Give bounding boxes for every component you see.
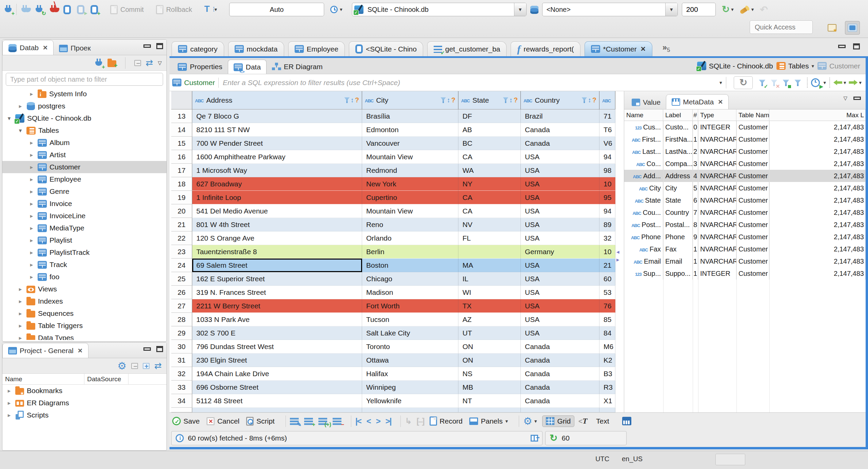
meta-column-header-type[interactable]: Type <box>698 109 736 121</box>
cell-extra[interactable]: 95 <box>599 191 615 204</box>
database-stack-icon[interactable] <box>530 5 539 14</box>
cell-address[interactable]: 8210 111 ST NW <box>192 123 362 137</box>
cell-extra[interactable]: 76 <box>599 299 615 313</box>
editor-tab-mockdata[interactable]: mockdata <box>228 41 284 56</box>
column-header-city[interactable]: City↕? <box>362 91 458 109</box>
tree-expand-arrow-icon[interactable]: ▸ <box>6 400 13 407</box>
metadata-row[interactable]: FaxFax1NVARCHARCustomer2,147,483 <box>624 243 866 255</box>
cell-city[interactable]: Mountain View <box>362 150 458 164</box>
column-header-state[interactable]: State↕? <box>458 91 521 109</box>
meta-cell-maxlength[interactable]: 2,147,483 <box>769 145 866 158</box>
meta-column-header-max-l[interactable]: Max L <box>769 109 866 121</box>
perspective-table-button[interactable] <box>825 21 840 35</box>
breadcrumb-entity[interactable]: Customer <box>817 62 860 70</box>
meta-cell-table[interactable]: Customer <box>736 121 769 133</box>
meta-cell-maxlength[interactable]: 2,147,483 <box>769 219 866 231</box>
meta-cell-ordinal[interactable]: 7 <box>693 206 698 219</box>
meta-cell-ordinal[interactable]: 1 <box>693 267 698 280</box>
record-mode-button[interactable]: Record <box>430 416 463 426</box>
metadata-row[interactable]: Cou...Country7NVARCHARCustomer2,147,483 <box>624 206 866 219</box>
meta-cell-type[interactable]: NVARCHAR <box>698 145 736 158</box>
cell-country[interactable]: Germany <box>521 245 599 259</box>
cell-country[interactable]: USA <box>521 299 599 313</box>
cell-city[interactable]: Halifax <box>362 367 458 381</box>
meta-cell-label[interactable]: Custo... <box>663 121 693 133</box>
meta-cell-type[interactable]: NVARCHAR <box>698 255 736 267</box>
cell-extra[interactable]: 98 <box>599 164 615 177</box>
new-sql-editor-button[interactable]: + <box>91 5 98 14</box>
apply-filter-button[interactable]: ✓ <box>759 79 765 86</box>
meta-cell-type[interactable]: NVARCHAR <box>698 133 736 145</box>
cell-country[interactable]: Canada <box>521 123 599 137</box>
meta-cell-name[interactable]: Email <box>624 255 663 267</box>
tree-expand-arrow-icon[interactable]: ▸ <box>17 103 24 110</box>
tree-item-track[interactable]: ▸Track <box>2 259 166 271</box>
tree-expand-arrow-icon[interactable]: ▸ <box>28 249 35 256</box>
save-button[interactable]: Save <box>172 417 200 425</box>
meta-cell-table[interactable]: Customer <box>736 170 769 182</box>
meta-cell-ordinal[interactable]: 6 <box>693 194 698 206</box>
cell-city[interactable]: Berlin <box>362 245 458 259</box>
meta-cell-name[interactable]: Cus... <box>624 121 663 133</box>
tree-expand-arrow-icon[interactable]: ▸ <box>6 387 13 394</box>
meta-cell-ordinal[interactable]: 8 <box>693 219 698 231</box>
tree-expand-arrow-icon[interactable]: ▸ <box>17 310 24 317</box>
cell-city[interactable]: Salt Lake City <box>362 326 458 340</box>
cell-address[interactable]: 696 Osborne Street <box>192 381 362 394</box>
connect-button[interactable] <box>21 5 29 14</box>
cell-city[interactable]: Tucson <box>362 313 458 326</box>
cell-country[interactable]: Canada <box>521 394 599 408</box>
cell-address[interactable]: 1600 Amphitheatre Parkway <box>192 150 362 164</box>
tree-item-foo[interactable]: ▸foo <box>2 271 166 283</box>
cell-state[interactable]: AB <box>458 123 521 137</box>
row-number-cell[interactable]: 14 <box>171 123 192 137</box>
tree-item-system-info[interactable]: ▸System Info <box>2 88 166 100</box>
reconnect-button[interactable]: ↻ <box>35 5 43 14</box>
cell-country[interactable]: Canada <box>521 137 599 150</box>
meta-cell-label[interactable]: Phone <box>663 231 693 243</box>
tree-expand-arrow-icon[interactable]: ▸ <box>28 273 35 281</box>
goto-row-button[interactable]: ↳ <box>405 416 411 426</box>
cell-extra[interactable]: M6 <box>599 340 615 353</box>
row-number-cell[interactable]: 13 <box>171 109 192 123</box>
auto-refresh-dropdown[interactable]: ▾ <box>731 6 734 13</box>
cell-state[interactable]: AZ <box>458 313 521 326</box>
cell-country[interactable]: USA <box>521 259 599 272</box>
meta-cell-maxlength[interactable]: 2,147,483 <box>769 231 866 243</box>
expand-all-icon[interactable] <box>143 363 150 369</box>
meta-cell-maxlength[interactable]: 2,147,483 <box>769 182 866 194</box>
row-number-cell[interactable]: 18 <box>171 177 192 191</box>
meta-cell-table[interactable]: Customer <box>736 219 769 231</box>
column-header-name[interactable]: Name <box>2 374 84 384</box>
meta-column-header-[interactable]: # <box>693 109 698 121</box>
cell-address[interactable]: 627 Broadway <box>192 177 362 191</box>
metadata-row[interactable]: Sup...Suppo...1INTEGERCustomer2,147,483 <box>624 267 866 280</box>
meta-cell-maxlength[interactable]: 2,147,483 <box>769 243 866 255</box>
cell-city[interactable]: Vancouver <box>362 137 458 150</box>
tree-item-table-triggers[interactable]: ▸Table Triggers <box>2 320 166 332</box>
row-number-cell[interactable]: 16 <box>171 150 192 164</box>
tree-item-customer[interactable]: ▸Customer <box>2 161 166 173</box>
cell-address[interactable]: 796 Dundas Street West <box>192 340 362 353</box>
meta-cell-maxlength[interactable]: 2,147,483 <box>769 206 866 219</box>
meta-cell-maxlength[interactable]: 2,147,483 <box>769 255 866 267</box>
cell-address[interactable]: 69 Salem Street <box>192 259 362 272</box>
delete-row-button[interactable]: − <box>333 417 341 425</box>
cell-extra[interactable]: 53 <box>599 286 615 299</box>
editor-tab-sqlite-chino[interactable]: <SQLite - Chino <box>349 41 423 56</box>
cell-city[interactable]: Chicago <box>362 272 458 286</box>
cell-clipped[interactable] <box>599 408 615 412</box>
row-number-cell[interactable]: 19 <box>171 191 192 204</box>
tree-expand-arrow-icon[interactable]: ▸ <box>17 322 24 329</box>
tree-expand-arrow-icon[interactable]: ▸ <box>28 261 35 268</box>
meta-cell-label[interactable]: Email <box>663 255 693 267</box>
meta-cell-type[interactable]: NVARCHAR <box>698 158 736 170</box>
settings-gear-icon[interactable] <box>523 416 532 426</box>
link-with-editor-icon[interactable] <box>146 58 153 67</box>
meta-cell-ordinal[interactable]: 2 <box>693 145 698 158</box>
row-number-cell[interactable]: 26 <box>171 286 192 299</box>
panels-dropdown[interactable]: ▾ <box>505 418 508 424</box>
cell-city[interactable]: Ottawa <box>362 353 458 367</box>
cell-address[interactable]: 700 W Pender Street <box>192 137 362 150</box>
cell-state[interactable]: CA <box>458 150 521 164</box>
